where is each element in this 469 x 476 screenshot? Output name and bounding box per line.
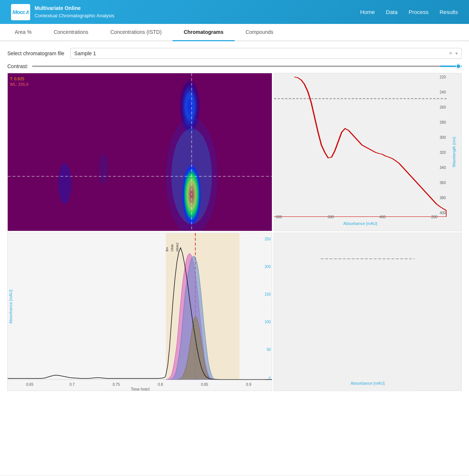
nav-results[interactable]: Results [440,7,458,17]
y-tick-360: 360 [440,181,446,185]
y-tick-240: 240 [440,90,446,94]
svg-text:250: 250 [264,237,271,241]
y-tick-320: 320 [440,151,446,155]
file-selector-icons: ✕ ▾ [449,51,458,56]
svg-text:0.9: 0.9 [246,382,251,387]
spectrum-panel: 220 240 260 280 300 320 340 360 380 400 … [274,73,462,231]
header: Mocc∧ Multivariate Online Contextual Chr… [0,0,469,24]
nav-data[interactable]: Data [386,7,398,17]
spectrum-x-label: Absorbance [mAU] [274,221,447,226]
heatmap-overlay: T: 0.825 WL: 255.0 [10,76,28,88]
svg-text:150: 150 [264,292,271,296]
nav-process[interactable]: Process [409,7,429,17]
file-selector-input[interactable]: Sample 1 ✕ ▾ [70,48,462,59]
top-charts-row: T: 0.825 WL: 255.0 [7,73,462,231]
main-content: Select chromatogram file Sample 1 ✕ ▾ Co… [0,41,469,475]
svg-text:Absorbance [mAU]: Absorbance [mAU] [8,290,13,324]
spectrum-crosshair [274,98,447,99]
contrast-thumb [456,64,461,69]
svg-text:BA: BA [165,247,169,251]
chromatogram-svg: BA OMe NMe2 0 50 100 150 200 250 [8,233,272,391]
y-tick-400: 400 [440,211,446,215]
contrast-slider[interactable] [32,63,462,70]
chromatogram[interactable]: BA OMe NMe2 0 50 100 150 200 250 [7,233,272,391]
x-tick-600: 600 [328,215,334,219]
svg-point-7 [99,154,108,184]
tab-chromatograms[interactable]: Chromatograms [173,24,234,41]
tab-compounds[interactable]: Compounds [235,24,285,41]
tab-area-percent[interactable]: Area % [4,24,43,41]
y-tick-380: 380 [440,196,446,200]
tab-concentrations-istd[interactable]: Concentrations (ISTD) [99,24,173,41]
x-tick-400: 400 [380,215,386,219]
svg-text:200: 200 [264,265,271,269]
tab-concentrations[interactable]: Concentrations [43,24,99,41]
logo-line2: Contextual Chromatographic Analysis [35,12,114,20]
x-tick-200: 200 [431,215,437,219]
absorbance-panel: Absorbance [mAU] [274,233,462,391]
bottom-charts-row: BA OMe NMe2 0 50 100 150 200 250 [7,233,462,391]
y-tick-340: 340 [440,166,446,170]
spectrum-chart: 220 240 260 280 300 320 340 360 380 400 … [274,73,447,231]
contrast-track [32,66,462,67]
svg-text:OMe: OMe [170,244,174,251]
svg-text:0.8: 0.8 [158,382,163,387]
svg-text:0.85: 0.85 [201,382,208,387]
heatmap-t-value: T: 0.825 [10,76,28,82]
file-selector-row: Select chromatogram file Sample 1 ✕ ▾ [7,48,462,59]
heatmap-svg [8,73,272,231]
nav-links: Home Data Process Results [360,7,458,17]
tabs-bar: Area % Concentrations Concentrations (IS… [0,24,469,41]
file-selector-value: Sample 1 [74,50,449,56]
x-tick-800: 800 [276,215,282,219]
contrast-label: Contrast: [7,63,28,69]
close-icon[interactable]: ✕ [449,51,452,56]
logo-abbr: Mocc∧ [13,9,29,15]
svg-point-6 [58,163,71,204]
heatmap[interactable]: T: 0.825 WL: 255.0 [7,73,272,231]
svg-text:0.65: 0.65 [26,382,33,387]
y-tick-260: 260 [440,105,446,109]
logo-text: Multivariate Online Contextual Chromatog… [35,4,114,20]
svg-text:0.7: 0.7 [70,382,75,387]
absorbance-svg [274,233,461,391]
heatmap-wl-value: WL: 255.0 [10,82,28,87]
contrast-row: Contrast: [7,63,462,70]
logo-area: Mocc∧ Multivariate Online Contextual Chr… [11,4,114,20]
file-selector-label: Select chromatogram file [7,50,64,56]
svg-text:50: 50 [267,348,271,352]
logo-box: Mocc∧ [11,4,30,20]
svg-text:Time [min]: Time [min] [131,387,150,391]
svg-text:0.75: 0.75 [113,382,120,387]
chevron-down-icon[interactable]: ▾ [455,51,458,56]
svg-text:0: 0 [269,376,271,380]
y-tick-220: 220 [440,75,446,79]
spectrum-svg [274,73,447,217]
logo-line1: Multivariate Online [35,4,114,12]
svg-rect-31 [321,233,415,391]
svg-text:100: 100 [264,320,271,324]
svg-text:NMe2: NMe2 [175,243,179,251]
nav-home[interactable]: Home [360,7,375,17]
svg-rect-0 [8,73,272,231]
spectrum-y-axis-label: Wavelength [nm] [447,73,461,231]
absorbance-x-label: Absorbance [mAU] [274,381,461,385]
y-tick-280: 280 [440,120,446,124]
y-tick-300: 300 [440,135,446,140]
